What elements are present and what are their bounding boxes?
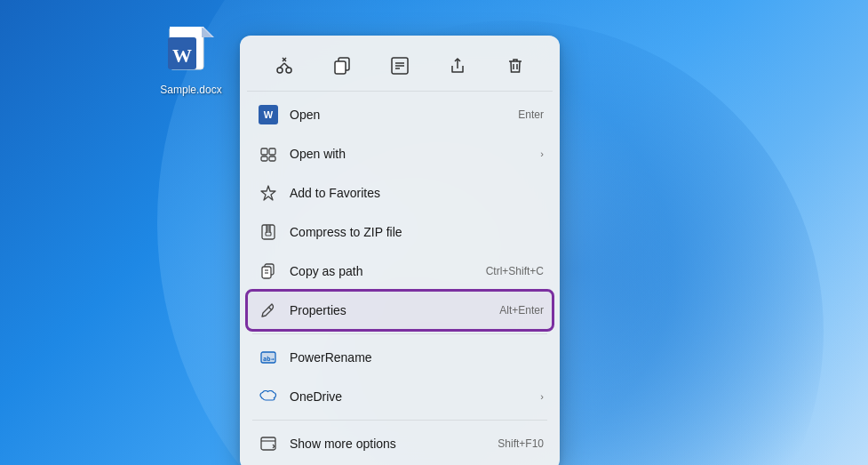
desktop-file-icon[interactable]: W Sample.docx (155, 27, 227, 96)
menu-item-open-with[interactable]: Open with › (247, 134, 553, 173)
menu-item-open[interactable]: W Open Enter (247, 95, 553, 134)
menu-shortcut-properties: Alt+Enter (499, 304, 544, 317)
menu-label-open-with: Open with (290, 147, 537, 161)
power-rename-icon: ab→ (256, 345, 281, 370)
zip-icon (256, 220, 281, 245)
context-menu: W Open Enter Open with › Add to Favorite… (240, 36, 560, 465)
copy-button[interactable] (326, 50, 358, 82)
menu-item-show-more[interactable]: Show more options Shift+F10 (247, 424, 553, 463)
properties-icon (256, 298, 281, 323)
copy-path-icon (256, 259, 281, 284)
svg-rect-22 (261, 156, 267, 161)
menu-item-properties[interactable]: Properties Alt+Enter (247, 291, 553, 330)
menu-shortcut-open: Enter (518, 108, 544, 121)
star-icon (256, 180, 281, 205)
rename-button[interactable] (384, 50, 416, 82)
svg-line-36 (268, 307, 272, 310)
menu-label-favorites: Add to Favorites (290, 186, 544, 200)
svg-line-8 (280, 63, 284, 68)
menu-label-copy-path: Copy as path (290, 264, 479, 278)
svg-rect-21 (269, 148, 275, 155)
show-more-icon (256, 431, 281, 456)
open-with-icon (256, 141, 281, 166)
svg-text:W: W (172, 44, 192, 67)
cut-button[interactable] (268, 50, 300, 82)
menu-divider-1 (252, 333, 547, 334)
svg-marker-24 (261, 186, 275, 200)
menu-divider-2 (252, 420, 547, 421)
menu-item-compress[interactable]: Compress to ZIP file (247, 212, 553, 252)
menu-item-power-rename[interactable]: ab→ PowerRename (247, 338, 553, 377)
context-menu-toolbar (247, 43, 553, 92)
menu-item-onedrive[interactable]: OneDrive › (247, 377, 553, 416)
menu-label-onedrive: OneDrive (290, 389, 537, 404)
share-button[interactable] (442, 50, 474, 82)
menu-item-copy-path[interactable]: Copy as path Ctrl+Shift+C (247, 252, 553, 291)
svg-rect-23 (269, 156, 275, 161)
arrow-icon-onedrive: › (540, 391, 544, 402)
menu-label-compress: Compress to ZIP file (290, 225, 544, 239)
menu-shortcut-show-more: Shift+F10 (498, 437, 544, 450)
svg-text:ab→: ab→ (263, 356, 275, 363)
svg-rect-13 (335, 61, 346, 74)
menu-shortcut-copy-path: Ctrl+Shift+C (486, 265, 544, 277)
menu-label-open: Open (290, 108, 511, 122)
arrow-icon-open-with: › (540, 148, 544, 159)
svg-point-7 (286, 68, 291, 73)
file-name-label: Sample.docx (160, 84, 221, 96)
word-file-icon: W (168, 27, 214, 80)
menu-label-show-more: Show more options (290, 437, 490, 451)
svg-rect-2 (170, 27, 203, 37)
svg-point-6 (277, 68, 283, 73)
menu-item-favorites[interactable]: Add to Favorites (247, 173, 553, 212)
svg-rect-20 (261, 148, 267, 155)
word-icon: W (256, 102, 281, 127)
onedrive-icon (256, 384, 281, 409)
delete-button[interactable] (499, 50, 531, 82)
menu-label-power-rename: PowerRename (290, 350, 544, 365)
menu-label-properties: Properties (290, 303, 492, 317)
svg-line-9 (284, 63, 289, 68)
